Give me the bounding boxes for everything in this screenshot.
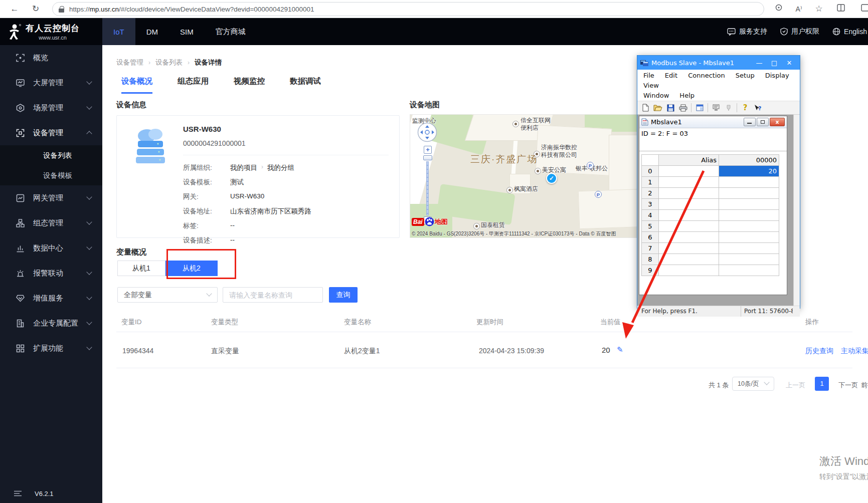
menu-display[interactable]: Display (761, 71, 793, 80)
query-button[interactable]: 查询 (329, 287, 358, 303)
alias-cell[interactable] (659, 199, 719, 210)
map-zoom-in-button[interactable]: + (424, 146, 432, 154)
sidebar-item-enterprise[interactable]: 企业专属配置 (0, 311, 102, 336)
tab-video-monitor[interactable]: 视频监控 (234, 76, 265, 94)
page-size-select[interactable]: 10条/页 (732, 377, 774, 391)
new-file-icon[interactable] (641, 103, 650, 112)
minimize-button[interactable]: — (752, 59, 767, 67)
language-switch[interactable]: English (832, 28, 867, 36)
menu-window[interactable]: Window (639, 91, 673, 100)
tab-device-overview[interactable]: 设备概况 (121, 76, 152, 94)
display-setup-icon[interactable] (695, 103, 704, 112)
tab-data-debug[interactable]: 数据调试 (290, 76, 321, 94)
sidebar-item-scada[interactable]: 组态管理 (0, 210, 102, 235)
value-cell[interactable] (719, 243, 779, 254)
maximize-button[interactable]: □ (767, 59, 782, 67)
nav-tab-sim[interactable]: SIM (169, 18, 205, 45)
org-project[interactable]: 我的项目 (230, 163, 257, 172)
page-1-button[interactable]: 1 (815, 377, 829, 391)
sidebar-item-gateway[interactable]: 网关管理 (0, 185, 102, 210)
value-cell[interactable] (719, 210, 779, 221)
doc-restore-button[interactable] (757, 118, 769, 126)
variable-search-input[interactable] (223, 287, 323, 303)
org-group[interactable]: 我的分组 (267, 163, 294, 172)
modbus-slave-window[interactable]: Modbus Slave - Mbslave1 — □ ✕ File Edit … (637, 55, 800, 309)
logo[interactable]: 有人云控制台 www.usr.cn (0, 18, 102, 45)
tab-scada-app[interactable]: 组态应用 (178, 76, 209, 94)
sidebar-item-device-list[interactable]: 设备列表 (0, 145, 102, 165)
nav-tab-mall[interactable]: 官方商城 (205, 18, 257, 45)
sidebar-item-vas[interactable]: 增值服务 (0, 286, 102, 311)
more-tools-icon[interactable] (858, 3, 868, 15)
history-query-link[interactable]: 历史查询 (805, 347, 833, 356)
value-cell[interactable] (719, 188, 779, 199)
variable-type-select[interactable]: 全部变量 (117, 287, 218, 303)
value-cell[interactable] (719, 199, 779, 210)
save-icon[interactable] (666, 103, 675, 112)
print-icon[interactable] (678, 103, 687, 112)
back-icon[interactable]: ← (8, 3, 21, 15)
alias-cell[interactable] (659, 177, 719, 188)
device-location-marker[interactable]: ✓ (546, 173, 557, 184)
map-pan-control[interactable] (417, 122, 437, 142)
alias-cell[interactable] (659, 188, 719, 199)
menu-view[interactable]: View (639, 81, 663, 90)
sidebar-item-scene[interactable]: 场景管理 (0, 95, 102, 120)
refresh-icon[interactable]: ↻ (29, 3, 42, 15)
menu-edit[interactable]: Edit (661, 71, 681, 80)
close-button[interactable]: ✕ (782, 59, 797, 67)
register-grid[interactable]: Alias 00000 020 1 2 3 4 5 6 7 8 9 (641, 154, 779, 276)
mbslave1-title-bar[interactable]: Mbslave1 x (639, 116, 787, 128)
comm-log-icon[interactable] (712, 103, 721, 112)
value-cell[interactable] (719, 265, 779, 276)
value-cell[interactable] (719, 221, 779, 232)
sidebar-item-extension[interactable]: 扩展功能 (0, 336, 102, 361)
alias-cell[interactable] (659, 254, 719, 265)
next-page-button[interactable]: 下一页 (838, 381, 858, 390)
prev-page-button[interactable]: 上一页 (786, 381, 805, 390)
breadcrumb-device-management[interactable]: 设备管理 (116, 58, 143, 67)
read-aloud-icon[interactable]: A⁾ (792, 3, 805, 15)
alias-cell[interactable] (659, 232, 719, 243)
client-scrollbar[interactable] (793, 115, 800, 306)
alias-cell[interactable] (659, 210, 719, 221)
sidebar-item-device[interactable]: 设备管理 (0, 120, 102, 145)
value-cell[interactable] (719, 177, 779, 188)
comm-disabled-icon[interactable] (724, 103, 733, 112)
sidebar-item-screen[interactable]: 大屏管理 (0, 70, 102, 95)
alias-cell[interactable] (659, 265, 719, 276)
location-icon[interactable] (772, 3, 785, 15)
value-cell[interactable] (719, 232, 779, 243)
menu-help[interactable]: Help (675, 91, 699, 100)
sidebar-item-device-template[interactable]: 设备模板 (0, 165, 102, 185)
active-collect-link[interactable]: 主动采集 (841, 347, 868, 356)
edit-value-icon[interactable]: ✎ (617, 345, 623, 354)
mbslave1-document-window[interactable]: Mbslave1 x ID = 2: F = 03 Alias 00000 02… (639, 116, 787, 295)
sidebar-item-data-center[interactable]: 数据中心 (0, 235, 102, 261)
alias-cell[interactable] (659, 221, 719, 232)
alias-cell[interactable] (659, 243, 719, 254)
menu-connection[interactable]: Connection (684, 71, 729, 80)
modbus-title-bar[interactable]: Modbus Slave - Mbslave1 — □ ✕ (637, 56, 800, 70)
doc-close-button[interactable]: x (770, 118, 785, 126)
baidu-map[interactable]: 监测中心 倍全互联网便利店 济南振华数控科技有限公司 银丰·联邦公 三庆·齐盛广… (410, 114, 643, 238)
split-screen-icon[interactable] (834, 3, 847, 15)
slave1-tab[interactable]: 从机1 (117, 261, 165, 276)
doc-minimize-button[interactable] (744, 118, 756, 126)
breadcrumb-device-list[interactable]: 设备列表 (155, 58, 183, 67)
support-link[interactable]: 服务支持 (727, 27, 767, 36)
favorites-star-icon[interactable]: ☆ (812, 3, 825, 15)
value-cell-selected[interactable]: 20 (719, 166, 779, 177)
nav-tab-iot[interactable]: IoT (102, 18, 135, 45)
menu-setup[interactable]: Setup (732, 71, 759, 80)
help-icon[interactable]: ? (741, 103, 750, 112)
menu-file[interactable]: File (639, 71, 658, 80)
context-help-icon[interactable]: ? (753, 103, 762, 112)
map-zoom-slider-handle[interactable] (423, 155, 432, 160)
value-cell[interactable] (719, 254, 779, 265)
alias-cell[interactable] (659, 166, 719, 177)
sidebar-item-alarm[interactable]: 报警联动 (0, 261, 102, 286)
nav-tab-dm[interactable]: DM (135, 18, 169, 45)
open-folder-icon[interactable] (653, 103, 662, 112)
map-zoom-track[interactable] (426, 161, 429, 215)
